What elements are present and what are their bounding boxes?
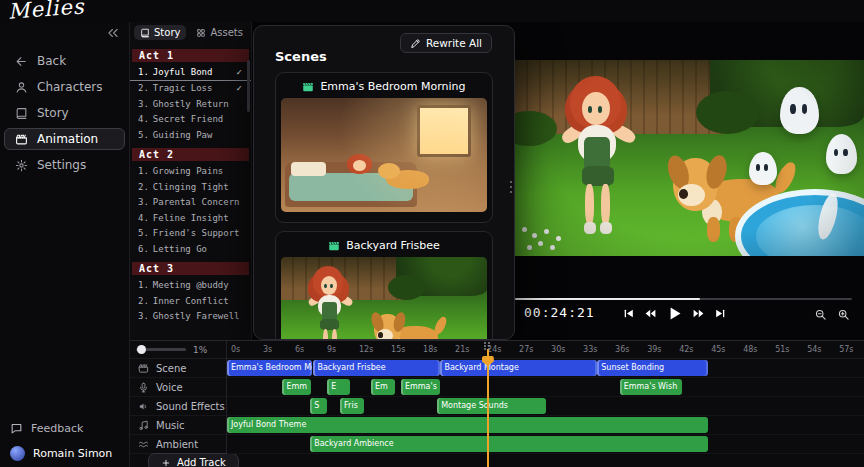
play-button[interactable] xyxy=(666,305,683,322)
art-shape xyxy=(310,266,355,340)
scene-card-header: Backyard Frisbee xyxy=(281,237,487,254)
story-beat-item[interactable]: 1.Joyful Bond✓ xyxy=(130,65,251,81)
collapse-panel-icon[interactable] xyxy=(106,26,120,40)
sidebar-item-story[interactable]: Story xyxy=(4,102,125,124)
sidebar-item-settings[interactable]: Settings xyxy=(4,154,125,176)
add-track-label: Add Track xyxy=(177,457,226,467)
rewind-icon xyxy=(644,307,657,320)
beat-label: Guiding Paw xyxy=(153,130,213,140)
beat-label: Inner Conflict xyxy=(153,296,229,306)
user-profile[interactable]: Romain Simon xyxy=(10,446,119,461)
ruler-tick: 3s xyxy=(263,345,272,354)
clip-montage-sounds[interactable]: Montage Sounds xyxy=(437,398,546,414)
track-lane-music[interactable]: Joyful Bond Theme xyxy=(227,416,864,435)
art-shape xyxy=(510,181,512,183)
scene-icon xyxy=(302,81,314,93)
story-beat-item[interactable]: 1.Growing Pains xyxy=(130,164,251,180)
track-label-scene[interactable]: Scene xyxy=(130,359,226,378)
tab-assets[interactable]: Assets xyxy=(190,25,249,40)
track-label-voice[interactable]: Voice xyxy=(130,378,226,397)
art-shape xyxy=(510,186,512,188)
story-beat-item[interactable]: 2.Inner Conflict xyxy=(130,293,251,309)
panel-resize-handle[interactable] xyxy=(508,172,513,202)
sidebar-item-back[interactable]: Back xyxy=(4,50,125,72)
plus-icon xyxy=(161,458,171,467)
clip-s[interactable]: S xyxy=(310,398,327,414)
story-beat-item[interactable]: 5.Friend's Support xyxy=(130,226,251,242)
music-note-icon xyxy=(138,420,149,431)
timeline-zoom-slider[interactable] xyxy=(136,348,186,351)
ruler-tick: 42s xyxy=(679,345,693,354)
clip-emma-s[interactable]: Emma's xyxy=(401,379,440,395)
story-beat-item[interactable]: 4.Secret Friend xyxy=(130,112,251,128)
track-lane-scene[interactable]: Emma's Bedroom MorningBackyard FrisbeeBa… xyxy=(227,359,864,378)
scene-card-bedroom[interactable]: Emma's Bedroom Morning xyxy=(275,72,493,223)
story-beat-item[interactable]: 2.Clinging Tight xyxy=(130,179,251,195)
skip-start-button[interactable] xyxy=(622,307,635,320)
ruler-tick: 0s xyxy=(231,345,240,354)
sidebar-item-characters[interactable]: Characters xyxy=(4,76,125,98)
clip-joyful-bond-theme[interactable]: Joyful Bond Theme xyxy=(227,417,708,433)
sidebar-item-label: Back xyxy=(37,54,66,68)
timeline-tracks-area: 0s3s6s9s12s15s18s21s24s27s30s33s36s39s42… xyxy=(227,341,864,467)
track-label-music[interactable]: Music xyxy=(130,416,226,435)
ruler-tick: 36s xyxy=(615,345,629,354)
ruler-tick: 6s xyxy=(295,345,304,354)
playhead[interactable] xyxy=(487,349,489,467)
beat-label: Ghostly Return xyxy=(153,99,229,109)
story-beat-item[interactable]: 1.Meeting @buddy xyxy=(130,278,251,294)
zoom-slider-knob[interactable] xyxy=(137,345,146,354)
scene-card-frisbee[interactable]: Backyard Frisbee xyxy=(275,231,493,340)
scene-card-header: Emma's Bedroom Morning xyxy=(281,78,487,95)
rewrite-all-button[interactable]: Rewrite All xyxy=(400,33,492,53)
clip-backyard-ambience[interactable]: Backyard Ambience xyxy=(310,436,708,452)
clip-backyard-montage[interactable]: Backyard Montage xyxy=(440,360,597,376)
story-beat-item[interactable]: 4.Feline Insight xyxy=(130,210,251,226)
track-label-ambient[interactable]: Ambient xyxy=(130,435,226,454)
scene-icon xyxy=(328,240,340,252)
clip-backyard-frisbee[interactable]: Backyard Frisbee xyxy=(313,360,440,376)
clip-emma-s-wish[interactable]: Emma's Wish xyxy=(620,379,682,395)
zoom-in-button[interactable] xyxy=(837,308,850,321)
story-panel: Story Assets Act 11.Joyful Bond✓2.Tragic… xyxy=(130,22,252,340)
playhead-grip[interactable] xyxy=(484,342,486,344)
track-lane-sound-effects[interactable]: SFrisMontage Sounds xyxy=(227,397,864,416)
clip-emm[interactable]: Emm xyxy=(282,379,311,395)
user-name: Romain Simon xyxy=(33,447,112,460)
track-label-sound-effects[interactable]: Sound Effects xyxy=(130,397,226,416)
track-lane-ambient[interactable]: Backyard Ambience xyxy=(227,435,864,454)
clip-e[interactable]: E xyxy=(327,379,349,395)
story-beat-item[interactable]: 2.Tragic Loss✓ xyxy=(130,81,251,97)
story-beat-item[interactable]: 3.Ghostly Return xyxy=(130,96,251,112)
track-lane-voice[interactable]: EmmEEmEmma'sEmma's Wish xyxy=(227,378,864,397)
playback-progress-bar[interactable] xyxy=(515,298,852,300)
story-beat-item[interactable]: 3.Ghostly Farewell xyxy=(130,309,251,325)
add-track-button[interactable]: Add Track xyxy=(148,453,239,467)
clip-fris[interactable]: Fris xyxy=(340,398,363,414)
story-beat-item[interactable]: 3.Parental Concern xyxy=(130,195,251,211)
story-beat-item[interactable]: 6.Letting Go xyxy=(130,241,251,257)
play-icon xyxy=(666,305,683,322)
rewind-button[interactable] xyxy=(644,307,657,320)
timecode: 00:24:21 xyxy=(524,305,595,320)
timeline-ruler[interactable]: 0s3s6s9s12s15s18s21s24s27s30s33s36s39s42… xyxy=(227,341,864,359)
story-beat-item[interactable]: 5.Guiding Paw xyxy=(130,127,251,143)
beat-number: 3. xyxy=(138,311,149,321)
beat-number: 6. xyxy=(138,244,149,254)
skip-end-button[interactable] xyxy=(714,307,727,320)
sidebar-item-label: Characters xyxy=(37,80,103,94)
pencil-icon xyxy=(410,38,421,49)
feedback-button[interactable]: Feedback xyxy=(10,422,119,435)
story-icon xyxy=(15,107,28,120)
fast-forward-button[interactable] xyxy=(692,307,705,320)
beat-label: Parental Concern xyxy=(153,197,240,207)
tab-story[interactable]: Story xyxy=(134,25,186,40)
clip-em[interactable]: Em xyxy=(371,379,394,395)
clip-emma-s-bedroom-morning[interactable]: Emma's Bedroom Morning xyxy=(227,360,312,376)
clip-sunset-bonding[interactable]: Sunset Bonding xyxy=(597,360,708,376)
story-scrollbar[interactable] xyxy=(247,60,250,112)
sidebar-item-animation[interactable]: Animation xyxy=(4,128,125,150)
waves-icon xyxy=(138,439,149,450)
timeline-zoom-row: 1% xyxy=(130,341,226,359)
zoom-out-button[interactable] xyxy=(814,308,827,321)
